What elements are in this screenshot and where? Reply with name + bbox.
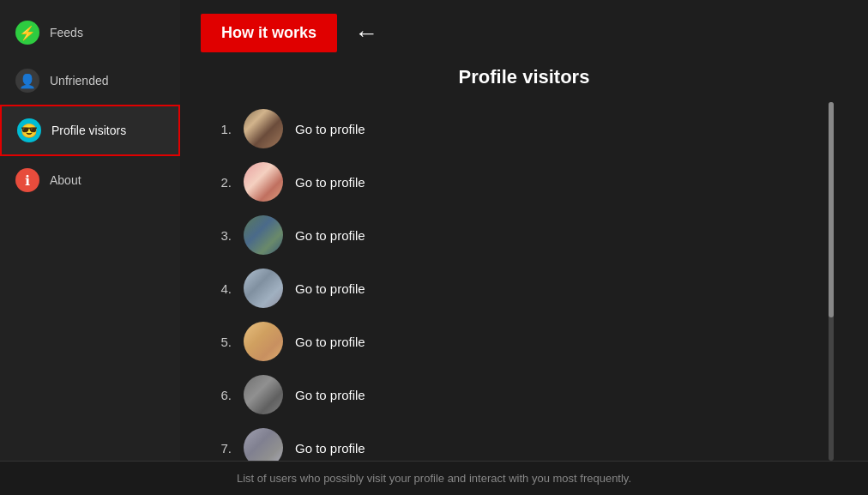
main-content: How it works ← Profile visitors 1.Go to … (180, 0, 868, 461)
visitor-number: 1. (214, 122, 232, 136)
sidebar-item-feeds-label: Feeds (50, 26, 83, 39)
go-to-profile-link[interactable]: Go to profile (295, 281, 365, 296)
sidebar: ⚡Feeds👤Unfriended😎Profile visitorsℹAbout (0, 0, 180, 461)
go-to-profile-link[interactable]: Go to profile (295, 175, 365, 190)
sidebar-item-feeds[interactable]: ⚡Feeds (0, 9, 180, 57)
visitor-avatar (244, 269, 283, 308)
profile-visitors-icon: 😎 (17, 118, 41, 142)
visitor-avatar (244, 162, 283, 202)
visitors-title: Profile visitors (214, 66, 834, 88)
go-to-profile-link[interactable]: Go to profile (295, 335, 365, 349)
visitor-avatar (244, 109, 283, 148)
visitor-number: 2. (214, 175, 232, 190)
visitor-item[interactable]: 3.Go to profile (214, 208, 815, 262)
sidebar-item-about[interactable]: ℹAbout (0, 156, 180, 204)
visitors-list-container: 1.Go to profile2.Go to profile3.Go to pr… (214, 102, 834, 461)
visitor-number: 7. (214, 441, 232, 456)
sidebar-item-unfriended[interactable]: 👤Unfriended (0, 57, 180, 105)
visitor-item[interactable]: 4.Go to profile (214, 262, 815, 315)
visitors-list: 1.Go to profile2.Go to profile3.Go to pr… (214, 102, 823, 461)
visitor-avatar (244, 428, 283, 461)
visitor-avatar (244, 375, 283, 414)
how-it-works-button[interactable]: How it works (201, 14, 337, 52)
visitor-item[interactable]: 7.Go to profile (214, 421, 815, 461)
sidebar-item-unfriended-label: Unfriended (50, 74, 109, 88)
go-to-profile-link[interactable]: Go to profile (295, 388, 365, 402)
sidebar-item-profile-visitors[interactable]: 😎Profile visitors (0, 105, 180, 156)
visitors-section: Profile visitors 1.Go to profile2.Go to … (180, 66, 868, 461)
scrollbar[interactable] (829, 102, 834, 461)
sidebar-item-profile-visitors-label: Profile visitors (51, 124, 126, 137)
visitor-number: 5. (214, 335, 232, 349)
visitor-number: 6. (214, 388, 232, 402)
footer-text: List of users who possibly visit your pr… (237, 472, 631, 485)
go-to-profile-link[interactable]: Go to profile (295, 228, 365, 243)
back-arrow-icon[interactable]: ← (354, 20, 378, 47)
about-icon: ℹ (15, 168, 39, 192)
visitor-item[interactable]: 6.Go to profile (214, 368, 815, 421)
visitor-item[interactable]: 1.Go to profile (214, 102, 815, 155)
visitor-item[interactable]: 2.Go to profile (214, 155, 815, 208)
unfriended-icon: 👤 (15, 69, 39, 93)
visitor-avatar (244, 322, 283, 361)
go-to-profile-link[interactable]: Go to profile (295, 122, 365, 136)
top-bar: How it works ← (180, 0, 868, 66)
feeds-icon: ⚡ (15, 21, 39, 45)
visitor-number: 3. (214, 228, 232, 243)
footer: List of users who possibly visit your pr… (0, 461, 868, 495)
visitor-item[interactable]: 5.Go to profile (214, 315, 815, 368)
sidebar-item-about-label: About (50, 173, 81, 187)
visitor-number: 4. (214, 281, 232, 296)
go-to-profile-link[interactable]: Go to profile (295, 441, 365, 456)
visitor-avatar (244, 215, 283, 255)
